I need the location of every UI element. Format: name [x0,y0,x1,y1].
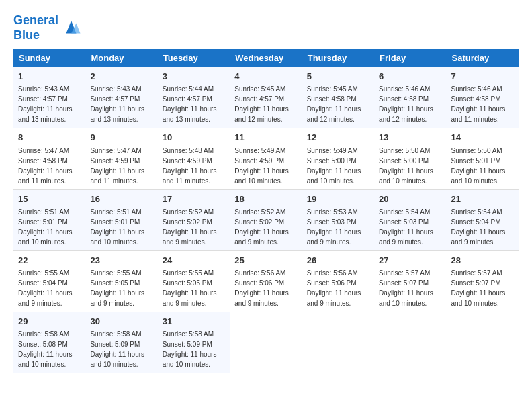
day-number: 17 [163,193,225,205]
day-info: Sunrise: 5:54 AMSunset: 5:03 PMDaylight:… [379,208,433,246]
weekday-header-tuesday: Tuesday [158,49,230,67]
calendar-day-12: 12Sunrise: 5:49 AMSunset: 5:00 PMDayligh… [302,128,374,189]
day-number: 21 [451,193,514,205]
calendar-day-10: 10Sunrise: 5:48 AMSunset: 4:59 PMDayligh… [158,128,230,189]
day-number: 5 [307,71,369,83]
day-number: 19 [307,193,369,205]
calendar-day-7: 7Sunrise: 5:46 AMSunset: 4:58 PMDaylight… [447,67,519,128]
day-number: 16 [90,193,152,205]
day-number: 25 [234,255,297,267]
day-info: Sunrise: 5:46 AMSunset: 4:58 PMDaylight:… [379,85,433,123]
day-info: Sunrise: 5:54 AMSunset: 5:04 PMDaylight:… [451,208,506,246]
day-info: Sunrise: 5:47 AMSunset: 4:59 PMDaylight:… [90,147,144,185]
day-number: 8 [18,132,81,144]
day-info: Sunrise: 5:55 AMSunset: 5:05 PMDaylight:… [163,269,217,307]
page-header: General Blue [13,13,519,42]
empty-cell [447,312,519,373]
weekday-header-monday: Monday [85,49,157,67]
weekday-header-saturday: Saturday [447,49,519,67]
day-info: Sunrise: 5:52 AMSunset: 5:02 PMDaylight:… [163,208,217,246]
calendar-day-5: 5Sunrise: 5:45 AMSunset: 4:58 PMDaylight… [302,67,374,128]
logo: General Blue [13,13,81,42]
calendar-day-17: 17Sunrise: 5:52 AMSunset: 5:02 PMDayligh… [158,189,230,250]
day-info: Sunrise: 5:43 AMSunset: 4:57 PMDaylight:… [90,85,144,123]
day-number: 14 [451,132,514,144]
day-number: 15 [18,193,81,205]
empty-cell [230,312,302,373]
day-info: Sunrise: 5:50 AMSunset: 5:00 PMDaylight:… [379,147,433,185]
calendar-table: SundayMondayTuesdayWednesdayThursdayFrid… [13,49,519,373]
day-number: 22 [18,255,81,267]
calendar-day-31: 31Sunrise: 5:58 AMSunset: 5:09 PMDayligh… [158,312,230,373]
calendar-day-11: 11Sunrise: 5:49 AMSunset: 4:59 PMDayligh… [230,128,302,189]
calendar-day-6: 6Sunrise: 5:46 AMSunset: 4:58 PMDaylight… [374,67,446,128]
day-info: Sunrise: 5:49 AMSunset: 4:59 PMDaylight:… [234,147,289,185]
calendar-day-2: 2Sunrise: 5:43 AMSunset: 4:57 PMDaylight… [85,67,157,128]
calendar-day-15: 15Sunrise: 5:51 AMSunset: 5:01 PMDayligh… [13,189,85,250]
day-info: Sunrise: 5:44 AMSunset: 4:57 PMDaylight:… [163,85,217,123]
calendar-day-26: 26Sunrise: 5:56 AMSunset: 5:06 PMDayligh… [302,250,374,312]
calendar-week-2: 8Sunrise: 5:47 AMSunset: 4:58 PMDaylight… [13,128,519,189]
day-info: Sunrise: 5:51 AMSunset: 5:01 PMDaylight:… [90,208,144,246]
calendar-day-14: 14Sunrise: 5:50 AMSunset: 5:01 PMDayligh… [447,128,519,189]
day-number: 7 [451,71,514,83]
calendar-day-29: 29Sunrise: 5:58 AMSunset: 5:08 PMDayligh… [13,312,85,373]
day-info: Sunrise: 5:57 AMSunset: 5:07 PMDaylight:… [379,269,433,307]
day-number: 20 [379,193,441,205]
calendar-week-3: 15Sunrise: 5:51 AMSunset: 5:01 PMDayligh… [13,189,519,250]
day-info: Sunrise: 5:56 AMSunset: 5:06 PMDaylight:… [307,269,361,307]
calendar-day-27: 27Sunrise: 5:57 AMSunset: 5:07 PMDayligh… [374,250,446,312]
day-number: 31 [163,316,225,328]
day-number: 1 [18,71,81,83]
day-number: 26 [307,255,369,267]
day-number: 4 [234,71,297,83]
day-number: 28 [451,255,514,267]
day-info: Sunrise: 5:51 AMSunset: 5:01 PMDaylight:… [18,208,73,246]
day-info: Sunrise: 5:58 AMSunset: 5:09 PMDaylight:… [163,330,217,368]
day-number: 30 [90,316,152,328]
empty-cell [302,312,374,373]
day-info: Sunrise: 5:50 AMSunset: 5:01 PMDaylight:… [451,147,506,185]
day-info: Sunrise: 5:58 AMSunset: 5:09 PMDaylight:… [90,330,144,368]
weekday-header-wednesday: Wednesday [230,49,302,67]
day-number: 11 [234,132,297,144]
day-info: Sunrise: 5:46 AMSunset: 4:58 PMDaylight:… [451,85,506,123]
calendar-day-20: 20Sunrise: 5:54 AMSunset: 5:03 PMDayligh… [374,189,446,250]
day-number: 6 [379,71,441,83]
calendar-day-25: 25Sunrise: 5:56 AMSunset: 5:06 PMDayligh… [230,250,302,312]
calendar-day-8: 8Sunrise: 5:47 AMSunset: 4:58 PMDaylight… [13,128,85,189]
calendar-day-16: 16Sunrise: 5:51 AMSunset: 5:01 PMDayligh… [85,189,157,250]
day-info: Sunrise: 5:45 AMSunset: 4:57 PMDaylight:… [234,85,289,123]
day-info: Sunrise: 5:55 AMSunset: 5:04 PMDaylight:… [18,269,73,307]
day-number: 27 [379,255,441,267]
day-info: Sunrise: 5:52 AMSunset: 5:02 PMDaylight:… [234,208,289,246]
calendar-day-19: 19Sunrise: 5:53 AMSunset: 5:03 PMDayligh… [302,189,374,250]
logo-text: General Blue [13,13,58,42]
calendar-day-4: 4Sunrise: 5:45 AMSunset: 4:57 PMDaylight… [230,67,302,128]
calendar-day-18: 18Sunrise: 5:52 AMSunset: 5:02 PMDayligh… [230,189,302,250]
day-number: 13 [379,132,441,144]
day-number: 2 [90,71,152,83]
day-info: Sunrise: 5:48 AMSunset: 4:59 PMDaylight:… [163,147,217,185]
calendar-day-21: 21Sunrise: 5:54 AMSunset: 5:04 PMDayligh… [447,189,519,250]
day-number: 23 [90,255,152,267]
calendar-day-22: 22Sunrise: 5:55 AMSunset: 5:04 PMDayligh… [13,250,85,312]
weekday-header-thursday: Thursday [302,49,374,67]
calendar-day-3: 3Sunrise: 5:44 AMSunset: 4:57 PMDaylight… [158,67,230,128]
day-info: Sunrise: 5:56 AMSunset: 5:06 PMDaylight:… [234,269,289,307]
day-info: Sunrise: 5:45 AMSunset: 4:58 PMDaylight:… [307,85,361,123]
weekday-header-sunday: Sunday [13,49,85,67]
day-info: Sunrise: 5:49 AMSunset: 5:00 PMDaylight:… [307,147,361,185]
calendar-week-4: 22Sunrise: 5:55 AMSunset: 5:04 PMDayligh… [13,250,519,312]
day-info: Sunrise: 5:57 AMSunset: 5:07 PMDaylight:… [451,269,506,307]
logo-icon [61,18,81,38]
day-number: 24 [163,255,225,267]
day-info: Sunrise: 5:58 AMSunset: 5:08 PMDaylight:… [18,330,73,368]
day-number: 3 [163,71,225,83]
day-number: 10 [163,132,225,144]
calendar-week-1: 1Sunrise: 5:43 AMSunset: 4:57 PMDaylight… [13,67,519,128]
day-info: Sunrise: 5:53 AMSunset: 5:03 PMDaylight:… [307,208,361,246]
calendar-day-30: 30Sunrise: 5:58 AMSunset: 5:09 PMDayligh… [85,312,157,373]
calendar-day-23: 23Sunrise: 5:55 AMSunset: 5:05 PMDayligh… [85,250,157,312]
calendar-week-5: 29Sunrise: 5:58 AMSunset: 5:08 PMDayligh… [13,312,519,373]
